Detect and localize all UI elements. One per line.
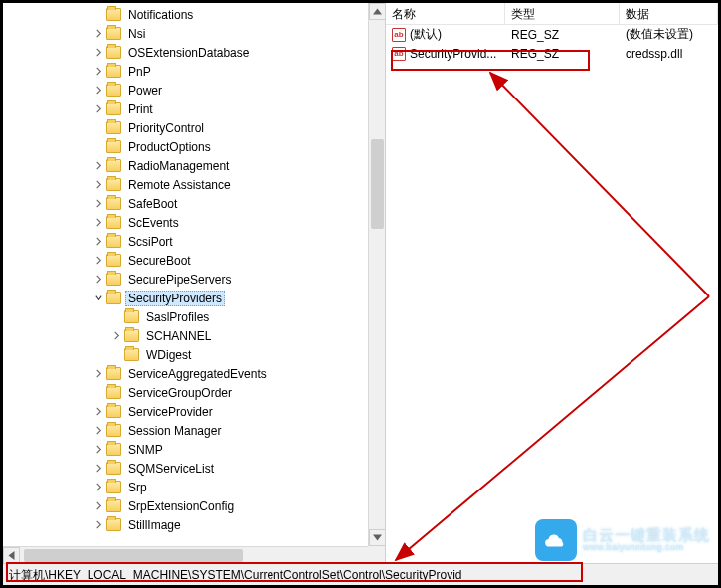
chevron-right-icon[interactable] bbox=[92, 444, 104, 456]
list-row[interactable]: ab(默认)REG_SZ(数值未设置) bbox=[386, 25, 718, 44]
cell-name: ab(默认) bbox=[386, 25, 505, 44]
folder-icon bbox=[106, 292, 121, 304]
tree-item[interactable]: RadioManagement bbox=[3, 156, 368, 175]
value-name: SecurityProvid... bbox=[410, 47, 496, 61]
chevron-right-icon[interactable] bbox=[92, 255, 104, 267]
tree-item[interactable]: Srp bbox=[3, 478, 368, 496]
tree-item[interactable]: Power bbox=[3, 81, 368, 99]
chevron-right-icon[interactable] bbox=[92, 500, 104, 512]
tree-scroll-area[interactable]: NotificationsNsiOSExtensionDatabasePnPPo… bbox=[3, 3, 368, 546]
tree-item[interactable]: SafeBoot bbox=[3, 194, 368, 213]
tree-item[interactable]: ServiceProvider bbox=[3, 402, 368, 421]
value-data: credssp.dll bbox=[620, 46, 718, 62]
tree-item[interactable]: SecurityProviders bbox=[3, 289, 368, 307]
list-row[interactable]: abSecurityProvid...REG_SZcredssp.dll bbox=[386, 44, 718, 63]
tree-item-label: PriorityControl bbox=[125, 120, 207, 136]
tree-item-label: SCHANNEL bbox=[143, 328, 214, 344]
tree-item-label: Srp bbox=[125, 480, 150, 495]
tree-item[interactable]: SaslProfiles bbox=[3, 307, 368, 326]
vscroll-thumb[interactable] bbox=[371, 139, 384, 229]
chevron-right-icon[interactable] bbox=[92, 463, 104, 475]
tree-item-label: SNMP bbox=[125, 442, 166, 458]
tree-vertical-scrollbar[interactable] bbox=[368, 3, 385, 546]
tree-item[interactable]: PriorityControl bbox=[3, 118, 368, 137]
tree-item-label: ServiceProvider bbox=[125, 404, 216, 420]
list-header[interactable]: 名称 类型 数据 bbox=[386, 3, 718, 25]
scroll-down-button[interactable] bbox=[369, 529, 386, 546]
tree-item[interactable]: SNMP bbox=[3, 440, 368, 459]
status-bar: 计算机\HKEY_LOCAL_MACHINE\SYSTEM\CurrentCon… bbox=[3, 563, 718, 585]
scroll-up-button[interactable] bbox=[369, 3, 386, 20]
tree-item-label: SrpExtensionConfig bbox=[125, 498, 237, 514]
chevron-down-icon[interactable] bbox=[92, 293, 104, 304]
folder-icon bbox=[106, 8, 121, 21]
main-area: NotificationsNsiOSExtensionDatabasePnPPo… bbox=[3, 3, 718, 563]
tree-item[interactable]: SQMServiceList bbox=[3, 459, 368, 478]
tree-item-label: SaslProfiles bbox=[143, 309, 212, 325]
value-name: (默认) bbox=[410, 26, 442, 43]
tree-item[interactable]: SCHANNEL bbox=[3, 326, 368, 345]
folder-icon bbox=[106, 27, 121, 40]
hscroll-track[interactable] bbox=[20, 547, 368, 564]
chevron-right-icon[interactable] bbox=[92, 368, 104, 380]
chevron-right-icon[interactable] bbox=[92, 85, 104, 97]
scroll-left-button[interactable] bbox=[3, 547, 20, 564]
column-header-data[interactable]: 数据 bbox=[620, 3, 718, 24]
tree-item-label: Power bbox=[125, 83, 165, 98]
tree-item-label: ScsiPort bbox=[125, 234, 176, 250]
hscroll-thumb[interactable] bbox=[24, 549, 243, 562]
chevron-right-icon[interactable] bbox=[92, 217, 104, 229]
folder-icon bbox=[106, 65, 121, 78]
tree-item[interactable]: SecureBoot bbox=[3, 251, 368, 270]
tree-item[interactable]: ServiceGroupOrder bbox=[3, 383, 368, 402]
tree-item[interactable]: ProductOptions bbox=[3, 137, 368, 156]
chevron-right-icon[interactable] bbox=[92, 28, 104, 40]
chevron-right-icon[interactable] bbox=[92, 47, 104, 59]
tree-item[interactable]: ServiceAggregatedEvents bbox=[3, 364, 368, 383]
chevron-right-icon[interactable] bbox=[92, 425, 104, 437]
folder-icon bbox=[124, 348, 139, 361]
expander-placeholder bbox=[92, 9, 104, 21]
tree-item[interactable]: Print bbox=[3, 99, 368, 118]
tree-item[interactable]: Notifications bbox=[3, 5, 368, 24]
chevron-right-icon[interactable] bbox=[92, 66, 104, 78]
chevron-right-icon[interactable] bbox=[92, 274, 104, 286]
folder-icon bbox=[106, 499, 121, 512]
chevron-right-icon[interactable] bbox=[92, 406, 104, 418]
chevron-right-icon[interactable] bbox=[92, 198, 104, 210]
tree-item-label: Remote Assistance bbox=[125, 177, 234, 193]
tree-item[interactable]: PnP bbox=[3, 62, 368, 81]
folder-icon bbox=[106, 235, 121, 248]
vscroll-track[interactable] bbox=[369, 20, 386, 529]
tree-item-label: Session Manager bbox=[125, 423, 224, 439]
tree-item[interactable]: ScsiPort bbox=[3, 232, 368, 251]
folder-icon bbox=[106, 443, 121, 456]
chevron-right-icon[interactable] bbox=[92, 519, 104, 531]
tree-item[interactable]: OSExtensionDatabase bbox=[3, 43, 368, 62]
chevron-right-icon[interactable] bbox=[92, 160, 104, 172]
folder-icon bbox=[106, 197, 121, 210]
column-header-name[interactable]: 名称 bbox=[386, 3, 505, 24]
chevron-right-icon[interactable] bbox=[92, 482, 104, 493]
tree-pane: NotificationsNsiOSExtensionDatabasePnPPo… bbox=[3, 3, 386, 563]
column-header-type[interactable]: 类型 bbox=[505, 3, 620, 24]
tree-horizontal-scrollbar[interactable] bbox=[3, 546, 385, 563]
chevron-right-icon[interactable] bbox=[92, 179, 104, 191]
tree-item[interactable]: SrpExtensionConfig bbox=[3, 496, 368, 515]
cell-name: abSecurityProvid... bbox=[386, 46, 505, 62]
folder-icon bbox=[106, 254, 121, 267]
chevron-right-icon[interactable] bbox=[92, 103, 104, 115]
value-type: REG_SZ bbox=[505, 27, 620, 43]
tree-item[interactable]: Session Manager bbox=[3, 421, 368, 440]
tree-item[interactable]: StillImage bbox=[3, 515, 368, 534]
tree-item[interactable]: Nsi bbox=[3, 24, 368, 43]
chevron-right-icon[interactable] bbox=[110, 330, 122, 342]
chevron-right-icon[interactable] bbox=[92, 236, 104, 248]
folder-icon bbox=[106, 159, 121, 172]
folder-icon bbox=[124, 329, 139, 342]
tree-item[interactable]: Remote Assistance bbox=[3, 175, 368, 194]
tree-item[interactable]: WDigest bbox=[3, 345, 368, 364]
folder-icon bbox=[106, 424, 121, 437]
tree-item[interactable]: SecurePipeServers bbox=[3, 270, 368, 289]
tree-item[interactable]: ScEvents bbox=[3, 213, 368, 232]
